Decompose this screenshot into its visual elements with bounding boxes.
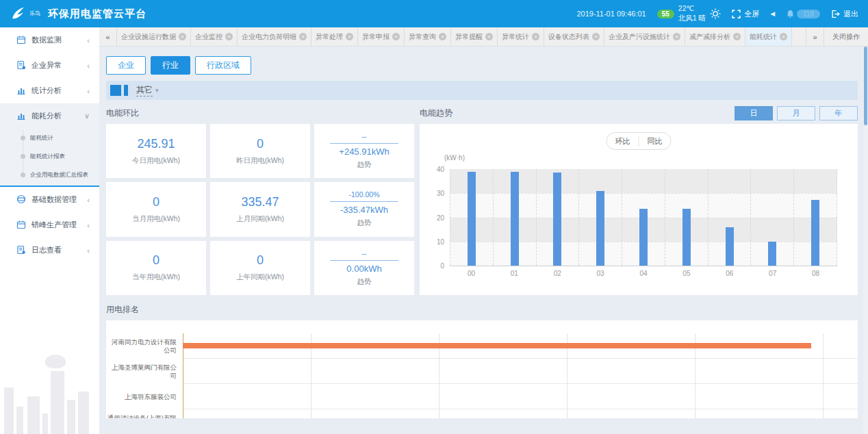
fraction-divider <box>330 260 398 261</box>
tab-device-status-list[interactable]: 设备状态列表× <box>544 27 604 46</box>
sidebar-item-basic-data-mgmt[interactable]: 基础数据管理 ‹ <box>0 187 99 212</box>
sidebar-item-statistical-analysis[interactable]: 统计分析 ‹ <box>0 78 99 103</box>
close-icon[interactable]: × <box>346 33 353 40</box>
stat-card-year-usage: 0 当年用电(kWh) <box>106 241 206 295</box>
log-document-icon <box>16 245 26 255</box>
plot-area: 40 30 20 10 0 <box>450 169 837 266</box>
tab-enterprise-monitoring[interactable]: 企业监控× <box>191 27 238 46</box>
tabs-scroll-right-icon[interactable]: » <box>806 27 824 46</box>
notifications[interactable]: 118 <box>786 10 820 18</box>
period-year-button[interactable]: 年 <box>819 106 858 120</box>
bar-00 <box>468 172 476 266</box>
logo-bird-icon <box>10 5 26 22</box>
period-day-button[interactable]: 日 <box>735 106 773 120</box>
bullet-dot-icon <box>21 136 25 140</box>
logout-button[interactable]: 退出 <box>831 9 858 19</box>
view-enterprise-button[interactable]: 企业 <box>106 56 146 75</box>
sidebar-subitem-energy-stats-report[interactable]: 能耗统计报表 <box>0 147 99 166</box>
scrollbar-thumb[interactable] <box>864 47 867 125</box>
view-industry-button[interactable]: 行业 <box>151 56 190 75</box>
tabs-scroll-left-icon[interactable]: « <box>99 27 117 46</box>
vertical-scrollbar[interactable] <box>863 47 868 434</box>
close-icon[interactable]: × <box>733 33 741 40</box>
weather-widget: 55 22℃ 北风1 晴 <box>657 4 721 23</box>
sidebar-subitem-energy-stats[interactable]: 能耗统计 <box>0 129 99 147</box>
chevron-right-icon: ‹ <box>87 87 90 95</box>
ranking-row: 上海羽东服装公司 <box>106 384 858 409</box>
sidebar-item-label: 统计分析 <box>31 86 62 96</box>
tab-enterprise-facility-data[interactable]: 企业设施运行数据× <box>117 27 191 46</box>
tab-abnormal-remind[interactable]: 异常提醒× <box>451 27 498 46</box>
bullet-dot-icon <box>21 154 25 159</box>
section-title-power-ranking: 用电排名 <box>106 304 139 316</box>
power-ranking-chart: 河南同力电力设计有限公司 上海圣博莱阀门有限公司 上海羽东服装公司 通用清洁设备… <box>106 320 858 418</box>
close-icon[interactable]: × <box>485 33 493 40</box>
legend-square-icon <box>110 85 121 96</box>
view-switcher: 企业 行业 行政区域 <box>106 56 858 75</box>
stat-card-today-usage: 245.91 今日用电(kWh) <box>106 124 206 178</box>
close-icon[interactable]: × <box>299 33 307 40</box>
close-icon[interactable]: × <box>592 33 600 40</box>
close-icon[interactable]: × <box>673 33 680 40</box>
tab-abnormal-stats[interactable]: 异常统计× <box>498 27 544 46</box>
close-operations-menu[interactable]: 关闭操作 <box>824 27 868 46</box>
tab-power-load-detail[interactable]: 企业电力负荷明细× <box>238 27 311 46</box>
close-icon[interactable]: × <box>780 33 787 40</box>
app-title: 环保用电监管云平台 <box>48 8 146 21</box>
close-icon[interactable]: × <box>179 33 186 40</box>
legend-year-ratio[interactable]: 同比 <box>639 136 671 146</box>
tab-abnormal-declare[interactable]: 异常申报× <box>358 27 405 46</box>
fraction-divider <box>330 201 398 202</box>
tab-bar: « 企业设施运行数据× 企业监控× 企业电力负荷明细× 异常处理× 异常申报× … <box>99 27 868 47</box>
bar-03 <box>596 191 604 266</box>
bell-icon <box>786 10 795 18</box>
stat-card-lastyear-usage: 0 上年同期(kWh) <box>210 241 310 295</box>
tab-abnormal-query[interactable]: 异常查询× <box>405 27 451 46</box>
chevron-right-icon: ‹ <box>87 221 90 229</box>
chevron-right-icon: ‹ <box>87 196 90 204</box>
collapse-arrow-icon[interactable]: ◀ <box>770 10 775 17</box>
sidebar-item-energy-analysis[interactable]: 能耗分析 ∨ <box>0 103 99 129</box>
close-icon[interactable]: × <box>439 33 446 40</box>
fullscreen-button[interactable]: 全屏 <box>732 9 759 19</box>
sidebar-item-enterprise-abnormal[interactable]: 企业异常 ‹ <box>0 53 99 78</box>
energy-trend-section: 电能趋势 日 月 年 环比 同比 (kW·h) <box>420 107 858 295</box>
close-icon[interactable]: × <box>392 33 400 40</box>
sidebar-item-label: 日志查看 <box>31 245 62 255</box>
brand: 乐鸟 环保用电监管云平台 <box>10 5 146 22</box>
tab-energy-stats[interactable]: 能耗统计× <box>745 27 792 46</box>
y-tick: 20 <box>437 214 444 221</box>
bar-04 <box>639 209 648 266</box>
stat-card-lastmonth-usage: 335.47 上月同期(kWh) <box>210 182 310 236</box>
y-tick: 0 <box>440 262 444 270</box>
period-month-button[interactable]: 月 <box>777 106 815 120</box>
close-icon[interactable]: × <box>225 33 233 40</box>
sidebar-subitem-enterprise-power-summary-report[interactable]: 企业用电数据汇总报表 <box>0 166 99 184</box>
bar-07 <box>768 242 776 266</box>
period-switcher: 日 月 年 <box>735 106 858 120</box>
y-tick: 40 <box>437 166 444 173</box>
chevron-down-icon: ∨ <box>84 112 90 120</box>
calendar-icon <box>16 35 26 44</box>
close-icon[interactable]: × <box>532 33 539 40</box>
city-skyline-decoration <box>0 359 99 434</box>
tab-enterprise-pollution-stats[interactable]: 企业及产污设施统计× <box>604 27 685 46</box>
legend-ring-ratio[interactable]: 环比 <box>607 136 639 146</box>
industry-filter-dropdown[interactable]: 其它 <box>136 84 153 97</box>
sidebar-item-data-monitoring[interactable]: 数据监测 ‹ <box>0 27 99 53</box>
tab-abnormal-handling[interactable]: 异常处理× <box>311 27 358 46</box>
sidebar-item-label: 基础数据管理 <box>31 194 77 205</box>
tab-reduction-analysis[interactable]: 减产减排分析× <box>685 27 745 46</box>
sidebar-item-log-view[interactable]: 日志查看 ‹ <box>0 238 99 263</box>
energy-comparison-section: 电能环比 245.91 今日用电(kWh) 0 昨日用电(kWh) -- <box>106 107 414 295</box>
view-region-button[interactable]: 行政区域 <box>195 56 251 75</box>
notification-count-badge: 118 <box>797 10 820 18</box>
sun-icon <box>710 8 721 19</box>
bar-05 <box>682 209 691 266</box>
industry-filter-bar: 其它 ▾ <box>106 81 858 100</box>
power-ranking-section: 用电排名 河南同力电力设计有限公司 上海圣博莱阀门有限公司 上海羽东服装公司 <box>106 304 858 418</box>
stat-card-year-trend: -- 0.00kWh 趋势 <box>314 241 414 295</box>
sidebar-item-label: 错峰生产管理 <box>31 220 77 230</box>
sidebar-item-label: 能耗分析 <box>31 111 62 121</box>
sidebar-item-offpeak-production-mgmt[interactable]: 错峰生产管理 ‹ <box>0 212 99 238</box>
